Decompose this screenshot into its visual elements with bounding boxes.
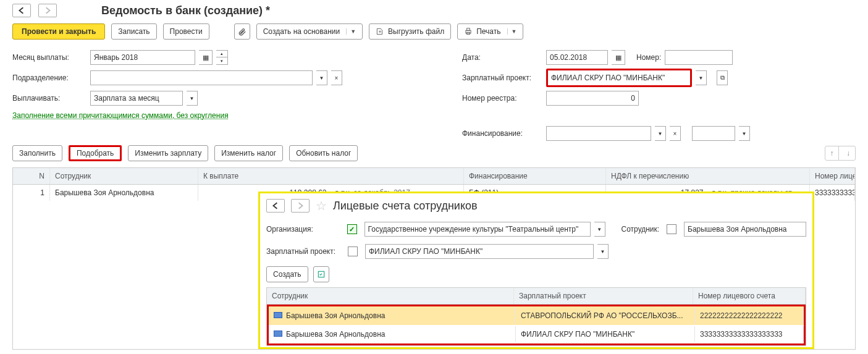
accounts-grid[interactable]: Сотрудник Зарплатный проект Номер лицево… — [266, 287, 806, 346]
prow-proj: СТАВРОПОЛЬСКИЙ РФ АО "РОССЕЛЬХОЗБ... — [516, 308, 695, 324]
reg-label: Номер реестра: — [462, 94, 542, 103]
change-tax-button[interactable]: Изменить налог — [214, 145, 283, 161]
col-n: N — [13, 168, 50, 184]
emp-checkbox[interactable] — [667, 224, 676, 234]
month-calendar-icon[interactable]: ▦ — [199, 50, 213, 65]
month-field[interactable]: Январь 2018 — [90, 50, 195, 65]
proj-label: Зарплатный проект: — [462, 74, 542, 82]
print-label: Печать — [476, 27, 500, 36]
popup-nav-back[interactable] — [266, 199, 285, 213]
popup-org-label: Организация: — [266, 225, 340, 234]
reg-field[interactable]: 0 — [546, 91, 639, 106]
refresh-tax-button[interactable]: Обновить налог — [289, 145, 358, 161]
col-emp: Сотрудник — [50, 168, 198, 184]
row-icon — [274, 312, 282, 318]
prow-proj: ФИЛИАЛ СКРУ ПАО "МИНБАНК" — [516, 326, 695, 342]
svg-rect-0 — [466, 30, 471, 33]
dept-clear[interactable]: × — [331, 70, 342, 85]
nav-back[interactable] — [12, 4, 31, 17]
pick-button[interactable]: Подобрать — [69, 145, 122, 161]
nav-forward[interactable] — [38, 4, 57, 17]
popup-refresh-icon[interactable] — [313, 266, 329, 282]
proj-open-icon[interactable]: ⧉ — [717, 70, 728, 85]
proj-dropdown[interactable]: ▼ — [696, 70, 707, 85]
date-field[interactable]: 05.02.2018 — [546, 50, 608, 65]
fill-settings-link[interactable]: Заполнение всеми причитающимися суммами,… — [0, 107, 241, 126]
cell-acc: 33333333333 — [810, 185, 855, 201]
page-title: Ведомость в банк (создание) * — [101, 4, 270, 17]
proj-field[interactable]: ФИЛИАЛ СКРУ ПАО "МИНБАНК" — [548, 70, 690, 85]
popup-org-dropdown[interactable]: ▼ — [594, 222, 605, 237]
col-fin: Финансирование — [464, 168, 606, 184]
pcol-acc: Номер лицевого счета — [693, 288, 806, 304]
popup-nav-forward[interactable] — [291, 199, 310, 213]
post-button[interactable]: Провести — [163, 23, 209, 40]
accounts-row[interactable]: Барышева Зоя Арнольдовна СТАВРОПОЛЬСКИЙ … — [269, 306, 804, 325]
number-field[interactable] — [665, 50, 733, 65]
print-button[interactable]: Печать▼ — [457, 23, 523, 40]
change-salary-button[interactable]: Изменить зарплату — [128, 145, 208, 161]
cell-emp: Барышева Зоя Арнольдовна — [50, 185, 198, 201]
paytype-field[interactable]: Зарплата за месяц — [90, 91, 183, 106]
create-based-button[interactable]: Создать на основании▼ — [256, 23, 363, 40]
upload-file-button[interactable]: Выгрузить файл — [369, 23, 451, 40]
row-move-buttons[interactable]: ↑↓ — [825, 146, 856, 161]
fin-dropdown[interactable]: ▼ — [655, 126, 666, 141]
date-calendar-icon[interactable]: ▦ — [612, 50, 625, 65]
date-label: Дата: — [462, 53, 542, 62]
pcol-proj: Зарплатный проект — [514, 288, 693, 304]
grid-header: N Сотрудник К выплате Финансирование НДФ… — [13, 168, 855, 185]
fill-button[interactable]: Заполнить — [12, 145, 62, 161]
prow-acc: 22222222222222222222 — [695, 308, 804, 324]
accounts-grid-header: Сотрудник Зарплатный проект Номер лицево… — [267, 288, 806, 305]
dept-dropdown[interactable]: ▼ — [316, 70, 327, 85]
col-ndfl: НДФЛ к перечислению — [606, 168, 810, 184]
popup-create-button[interactable]: Создать — [266, 266, 308, 282]
fin-field2[interactable] — [692, 126, 735, 141]
move-down-icon[interactable]: ↓ — [841, 146, 855, 160]
accounts-row[interactable]: Барышева Зоя Арнольдовна ФИЛИАЛ СКРУ ПАО… — [269, 325, 804, 343]
proj-checkbox[interactable] — [348, 247, 358, 256]
org-checkbox[interactable]: ✓ — [347, 224, 357, 234]
popup-emp-label: Сотрудник: — [622, 225, 660, 234]
number-label: Номер: — [636, 53, 661, 62]
pcol-emp: Сотрудник — [267, 288, 514, 304]
popup-org-field[interactable]: Государственное учреждение культуры "Теа… — [364, 222, 591, 237]
fin-field[interactable] — [546, 126, 651, 141]
dept-field[interactable] — [90, 70, 313, 85]
save-button[interactable]: Записать — [111, 23, 156, 40]
dept-label: Подразделение: — [12, 74, 86, 82]
col-pay: К выплате — [198, 168, 464, 184]
popup-proj-field[interactable]: ФИЛИАЛ СКРУ ПАО "МИНБАНК" — [365, 244, 594, 259]
svg-rect-1 — [467, 28, 470, 31]
attach-button[interactable] — [234, 23, 250, 40]
fin-clear[interactable]: × — [670, 126, 681, 141]
popup-proj-label: Зарплатный проект: — [266, 247, 340, 256]
move-up-icon[interactable]: ↑ — [825, 146, 839, 160]
prow-acc: 33333333333333333333 — [695, 326, 804, 342]
post-close-button[interactable]: Провести и закрыть — [12, 23, 105, 40]
paytype-dropdown[interactable]: ▼ — [187, 91, 198, 106]
prow-emp: Барышева Зоя Арнольдовна — [286, 311, 385, 320]
fin-dropdown2[interactable]: ▼ — [739, 126, 750, 141]
fin-label: Финансирование: — [462, 129, 542, 138]
paytype-label: Выплачивать: — [12, 94, 86, 103]
create-based-label: Создать на основании — [263, 27, 340, 36]
row-icon — [274, 331, 282, 337]
popup-proj-dropdown[interactable]: ▼ — [597, 244, 609, 259]
upload-label: Выгрузить файл — [388, 27, 444, 36]
col-acc: Номер лице — [810, 168, 855, 184]
favorite-star-icon[interactable]: ☆ — [316, 198, 327, 213]
prow-emp: Барышева Зоя Арнольдовна — [286, 330, 385, 339]
month-spinner[interactable]: ▴▾ — [216, 50, 228, 65]
popup-title: Лицевые счета сотрудников — [333, 200, 478, 213]
month-label: Месяц выплаты: — [12, 53, 86, 62]
popup-emp-field[interactable]: Барышева Зоя Арнольдовна — [684, 222, 806, 237]
cell-n: 1 — [13, 185, 50, 201]
accounts-popup: ☆ Лицевые счета сотрудников Организация:… — [258, 192, 814, 349]
